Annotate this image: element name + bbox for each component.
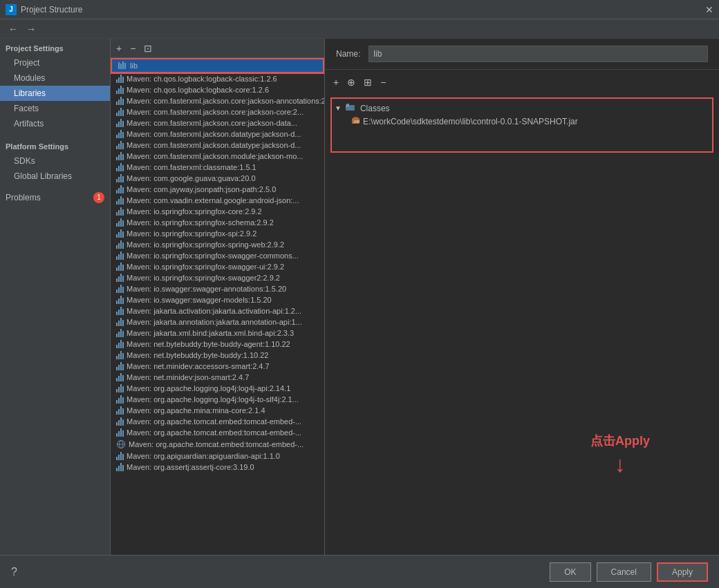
remove-class-button[interactable]: − [377, 75, 389, 89]
library-item[interactable]: Maven: io.springfox:springfox-swagger-co… [111, 250, 324, 261]
library-item[interactable]: Maven: io.springfox:springfox-core:2.9.2 [111, 206, 324, 217]
add-library-button[interactable]: + [113, 41, 124, 55]
problems-label: Problems [6, 193, 93, 202]
remove-library-button[interactable]: − [127, 41, 138, 55]
detail-header: Name: [325, 39, 719, 70]
maven-icon [116, 108, 124, 116]
library-item[interactable]: Maven: com.fasterxml.jackson.core:jackso… [111, 95, 324, 106]
sidebar-item-modules[interactable]: Modules [0, 70, 110, 86]
back-button[interactable]: ← [6, 22, 21, 36]
maven-icon [116, 351, 124, 359]
maven-icon [116, 218, 124, 227]
platform-settings-title: Platform Settings [0, 137, 110, 153]
sidebar-item-global-libraries[interactable]: Global Libraries [0, 169, 110, 184]
svg-text:JAR: JAR [353, 120, 360, 124]
title-text: Project Structure [21, 5, 82, 15]
library-item[interactable]: Maven: org.apiguardian:apiguardian-api:1… [111, 451, 324, 462]
library-item[interactable]: Maven: jakarta.annotation:jakarta.annota… [111, 316, 324, 328]
classes-folder-icon [346, 103, 355, 113]
library-item[interactable]: Maven: com.fasterxml:classmate:1.5.1 [111, 162, 324, 173]
classes-tree-row[interactable]: ▼ Classes [335, 102, 709, 115]
library-item[interactable]: Maven: jakarta.activation:jakarta.activa… [111, 305, 324, 316]
library-item[interactable]: Maven: io.springfox:springfox-swagger-ui… [111, 261, 324, 272]
apply-button[interactable]: Apply [657, 562, 708, 582]
title-bar: J Project Structure ✕ [0, 0, 719, 19]
maven-icon [116, 395, 124, 404]
library-item[interactable]: Maven: com.google.guava:guava:20.0 [111, 173, 324, 184]
detail-panel: Name: + ⊕ ⊞ − ▼ [325, 39, 719, 555]
sidebar-item-sdks[interactable]: SDKs [0, 153, 110, 169]
classes-toolbar: + ⊕ ⊞ − [330, 75, 713, 89]
bottom-bar: ? OK Cancel Apply [0, 555, 719, 588]
library-item[interactable]: Maven: io.springfox:springfox-swagger2:2… [111, 272, 324, 283]
maven-icon [116, 75, 124, 83]
library-item[interactable]: Maven: com.fasterxml.jackson.core:jackso… [111, 117, 324, 129]
library-item[interactable]: Maven: com.vaadin.external.google:androi… [111, 195, 324, 206]
ok-button[interactable]: OK [550, 562, 590, 582]
library-item[interactable]: Maven: com.fasterxml.jackson.module:jack… [111, 151, 324, 162]
copy-library-button[interactable]: ⊡ [141, 41, 155, 55]
maven-icon [116, 207, 124, 216]
library-item[interactable]: Maven: org.apache.tomcat.embed:tomcat-em… [111, 416, 324, 427]
sidebar-item-artifacts[interactable]: Artifacts [0, 116, 110, 131]
maven-icon [116, 263, 124, 271]
lib-toolbar: + − ⊡ [111, 39, 324, 58]
library-item[interactable]: Maven: org.apache.mina:mina-core:2.1.4 [111, 405, 324, 416]
maven-icon [116, 86, 124, 94]
library-item[interactable]: Maven: org.apache.logging.log4j:log4j-ap… [111, 383, 324, 394]
classes-tree-jar-row[interactable]: JAR E:\workCode\sdktestdemo\lib\control-… [335, 115, 709, 128]
library-item[interactable]: Maven: net.bytebuddy:byte-buddy-agent:1.… [111, 339, 324, 350]
library-items-list: lib Maven: ch.qos.logback:logback-classi… [111, 58, 324, 555]
svg-rect-3 [124, 63, 126, 69]
library-item[interactable]: Maven: com.fasterxml.jackson.datatype:ja… [111, 140, 324, 151]
sidebar-item-facets[interactable]: Facets [0, 101, 110, 116]
nav-bar: ← → [0, 19, 719, 39]
jar-icon: JAR [351, 116, 360, 126]
add-class-button[interactable]: + [330, 75, 342, 89]
name-label: Name: [336, 49, 360, 59]
library-item[interactable]: Maven: io.springfox:springfox-spring-web… [111, 239, 324, 250]
library-item[interactable]: Maven: io.swagger:swagger-models:1.5.20 [111, 294, 324, 305]
maven-icon [116, 274, 124, 282]
help-button[interactable]: ? [11, 566, 17, 578]
library-item[interactable]: Maven: ch.qos.logback:logback-core:1.2.6 [111, 84, 324, 95]
library-item[interactable]: Maven: jakarta.xml.bind:jakarta.xml.bind… [111, 328, 324, 339]
jar-path-label: E:\workCode\sdktestdemo\lib\control-0.0.… [363, 117, 578, 126]
svg-rect-11 [353, 117, 358, 119]
sidebar-item-libraries[interactable]: Libraries [0, 86, 110, 101]
add-class-folder-button[interactable]: ⊞ [361, 75, 375, 89]
library-item-globe[interactable]: Maven: org.apache.tomcat.embed:tomcat-em… [111, 438, 324, 451]
forward-button[interactable]: → [24, 22, 39, 36]
maven-icon [116, 130, 124, 138]
library-item[interactable]: Maven: io.swagger:swagger-annotations:1.… [111, 283, 324, 294]
maven-icon [116, 340, 124, 348]
library-item[interactable]: Maven: io.springfox:springfox-spi:2.9.2 [111, 228, 324, 239]
library-item[interactable]: Maven: ch.qos.logback:logback-classic:1.… [111, 73, 324, 84]
library-icon [118, 61, 127, 70]
library-item[interactable]: Maven: net.minidev:accessors-smart:2.4.7 [111, 361, 324, 372]
close-button[interactable]: ✕ [705, 4, 713, 15]
name-input[interactable] [368, 46, 708, 62]
maven-icon [116, 417, 124, 426]
library-item[interactable]: Maven: net.minidev:json-smart:2.4.7 [111, 372, 324, 383]
library-item[interactable]: Maven: io.springfox:springfox-schema:2.9… [111, 217, 324, 228]
library-item[interactable]: Maven: com.fasterxml.jackson.datatype:ja… [111, 129, 324, 140]
classes-tree-label: Classes [360, 104, 390, 113]
library-item-lib[interactable]: lib [111, 58, 324, 73]
problems-row[interactable]: Problems 1 [0, 189, 110, 206]
maven-icon [116, 428, 124, 437]
sidebar-item-project[interactable]: Project [0, 55, 110, 70]
library-item[interactable]: Maven: org.apache.logging.log4j:log4j-to… [111, 394, 324, 405]
sidebar: Project Settings Project Modules Librari… [0, 39, 111, 555]
cancel-button[interactable]: Cancel [597, 562, 651, 582]
library-item[interactable]: Maven: org.assertj:assertj-core:3.19.0 [111, 462, 324, 473]
svg-rect-2 [122, 61, 124, 69]
library-item[interactable]: Maven: org.apache.tomcat.embed:tomcat-em… [111, 427, 324, 438]
library-item[interactable]: Maven: com.fasterxml.jackson.core:jackso… [111, 106, 324, 117]
library-item[interactable]: Maven: net.bytebuddy:byte-buddy:1.10.22 [111, 350, 324, 361]
classes-tree: ▼ Classes J [330, 97, 713, 153]
add-class-option-button[interactable]: ⊕ [344, 75, 358, 89]
library-item[interactable]: Maven: com.jayway.jsonpath:json-path:2.5… [111, 184, 324, 195]
maven-icon [116, 452, 124, 460]
maven-icon [116, 373, 124, 381]
